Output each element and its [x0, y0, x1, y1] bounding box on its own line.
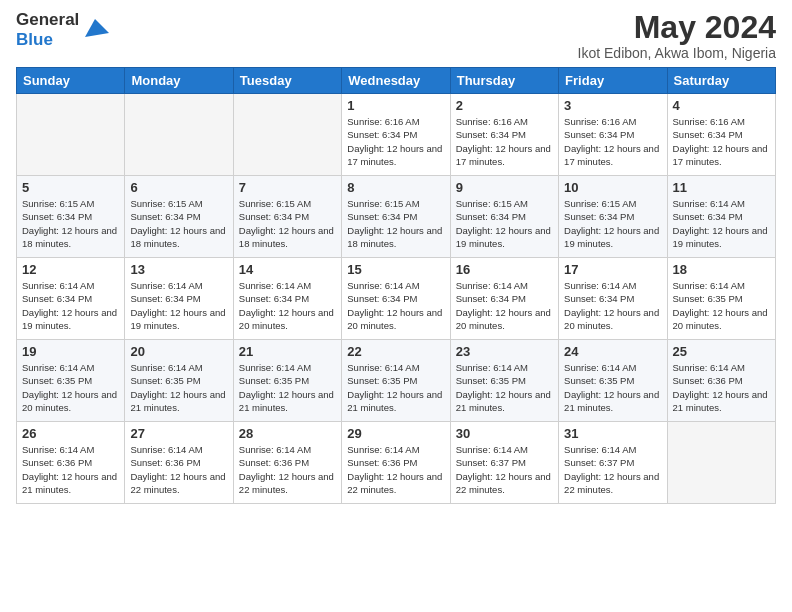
logo-text: General Blue	[16, 10, 79, 49]
day-number: 7	[239, 180, 336, 195]
table-row: 9Sunrise: 6:15 AM Sunset: 6:34 PM Daylig…	[450, 176, 558, 258]
table-row: 8Sunrise: 6:15 AM Sunset: 6:34 PM Daylig…	[342, 176, 450, 258]
header-monday: Monday	[125, 68, 233, 94]
logo-general: General	[16, 10, 79, 30]
table-row: 28Sunrise: 6:14 AM Sunset: 6:36 PM Dayli…	[233, 422, 341, 504]
table-row: 29Sunrise: 6:14 AM Sunset: 6:36 PM Dayli…	[342, 422, 450, 504]
table-row: 26Sunrise: 6:14 AM Sunset: 6:36 PM Dayli…	[17, 422, 125, 504]
logo-blue: Blue	[16, 30, 79, 50]
day-info: Sunrise: 6:14 AM Sunset: 6:34 PM Dayligh…	[673, 197, 770, 250]
day-number: 6	[130, 180, 227, 195]
day-info: Sunrise: 6:15 AM Sunset: 6:34 PM Dayligh…	[564, 197, 661, 250]
day-number: 30	[456, 426, 553, 441]
day-number: 13	[130, 262, 227, 277]
table-row: 22Sunrise: 6:14 AM Sunset: 6:35 PM Dayli…	[342, 340, 450, 422]
day-info: Sunrise: 6:14 AM Sunset: 6:36 PM Dayligh…	[673, 361, 770, 414]
day-info: Sunrise: 6:16 AM Sunset: 6:34 PM Dayligh…	[564, 115, 661, 168]
svg-marker-0	[85, 19, 109, 37]
day-info: Sunrise: 6:14 AM Sunset: 6:37 PM Dayligh…	[456, 443, 553, 496]
day-number: 12	[22, 262, 119, 277]
day-number: 29	[347, 426, 444, 441]
day-number: 20	[130, 344, 227, 359]
table-row	[17, 94, 125, 176]
page: General Blue May 2024 Ikot Edibon, Akwa …	[0, 0, 792, 612]
day-info: Sunrise: 6:14 AM Sunset: 6:35 PM Dayligh…	[130, 361, 227, 414]
table-row: 3Sunrise: 6:16 AM Sunset: 6:34 PM Daylig…	[559, 94, 667, 176]
month-year-title: May 2024	[578, 10, 776, 45]
table-row: 14Sunrise: 6:14 AM Sunset: 6:34 PM Dayli…	[233, 258, 341, 340]
day-info: Sunrise: 6:15 AM Sunset: 6:34 PM Dayligh…	[456, 197, 553, 250]
day-info: Sunrise: 6:16 AM Sunset: 6:34 PM Dayligh…	[673, 115, 770, 168]
table-row: 17Sunrise: 6:14 AM Sunset: 6:34 PM Dayli…	[559, 258, 667, 340]
day-number: 10	[564, 180, 661, 195]
day-info: Sunrise: 6:16 AM Sunset: 6:34 PM Dayligh…	[347, 115, 444, 168]
day-info: Sunrise: 6:16 AM Sunset: 6:34 PM Dayligh…	[456, 115, 553, 168]
header-wednesday: Wednesday	[342, 68, 450, 94]
day-number: 15	[347, 262, 444, 277]
weekday-header-row: Sunday Monday Tuesday Wednesday Thursday…	[17, 68, 776, 94]
day-info: Sunrise: 6:14 AM Sunset: 6:34 PM Dayligh…	[456, 279, 553, 332]
header-sunday: Sunday	[17, 68, 125, 94]
day-number: 19	[22, 344, 119, 359]
table-row: 27Sunrise: 6:14 AM Sunset: 6:36 PM Dayli…	[125, 422, 233, 504]
calendar-week-row: 1Sunrise: 6:16 AM Sunset: 6:34 PM Daylig…	[17, 94, 776, 176]
table-row	[233, 94, 341, 176]
table-row: 12Sunrise: 6:14 AM Sunset: 6:34 PM Dayli…	[17, 258, 125, 340]
table-row	[667, 422, 775, 504]
day-number: 27	[130, 426, 227, 441]
table-row: 18Sunrise: 6:14 AM Sunset: 6:35 PM Dayli…	[667, 258, 775, 340]
day-info: Sunrise: 6:14 AM Sunset: 6:34 PM Dayligh…	[239, 279, 336, 332]
day-info: Sunrise: 6:14 AM Sunset: 6:34 PM Dayligh…	[130, 279, 227, 332]
table-row: 30Sunrise: 6:14 AM Sunset: 6:37 PM Dayli…	[450, 422, 558, 504]
day-number: 17	[564, 262, 661, 277]
table-row: 11Sunrise: 6:14 AM Sunset: 6:34 PM Dayli…	[667, 176, 775, 258]
day-info: Sunrise: 6:14 AM Sunset: 6:34 PM Dayligh…	[564, 279, 661, 332]
table-row: 31Sunrise: 6:14 AM Sunset: 6:37 PM Dayli…	[559, 422, 667, 504]
day-info: Sunrise: 6:14 AM Sunset: 6:36 PM Dayligh…	[130, 443, 227, 496]
day-number: 18	[673, 262, 770, 277]
title-block: May 2024 Ikot Edibon, Akwa Ibom, Nigeria	[578, 10, 776, 61]
day-number: 4	[673, 98, 770, 113]
day-number: 9	[456, 180, 553, 195]
day-info: Sunrise: 6:14 AM Sunset: 6:35 PM Dayligh…	[456, 361, 553, 414]
calendar-week-row: 26Sunrise: 6:14 AM Sunset: 6:36 PM Dayli…	[17, 422, 776, 504]
day-info: Sunrise: 6:14 AM Sunset: 6:34 PM Dayligh…	[347, 279, 444, 332]
day-number: 28	[239, 426, 336, 441]
day-number: 8	[347, 180, 444, 195]
day-info: Sunrise: 6:14 AM Sunset: 6:35 PM Dayligh…	[22, 361, 119, 414]
table-row: 19Sunrise: 6:14 AM Sunset: 6:35 PM Dayli…	[17, 340, 125, 422]
calendar-week-row: 5Sunrise: 6:15 AM Sunset: 6:34 PM Daylig…	[17, 176, 776, 258]
day-info: Sunrise: 6:14 AM Sunset: 6:36 PM Dayligh…	[347, 443, 444, 496]
day-number: 16	[456, 262, 553, 277]
calendar-table: Sunday Monday Tuesday Wednesday Thursday…	[16, 67, 776, 504]
table-row: 7Sunrise: 6:15 AM Sunset: 6:34 PM Daylig…	[233, 176, 341, 258]
table-row: 16Sunrise: 6:14 AM Sunset: 6:34 PM Dayli…	[450, 258, 558, 340]
day-number: 11	[673, 180, 770, 195]
calendar-week-row: 19Sunrise: 6:14 AM Sunset: 6:35 PM Dayli…	[17, 340, 776, 422]
day-info: Sunrise: 6:15 AM Sunset: 6:34 PM Dayligh…	[22, 197, 119, 250]
day-info: Sunrise: 6:14 AM Sunset: 6:35 PM Dayligh…	[239, 361, 336, 414]
day-info: Sunrise: 6:14 AM Sunset: 6:35 PM Dayligh…	[564, 361, 661, 414]
day-number: 25	[673, 344, 770, 359]
day-number: 22	[347, 344, 444, 359]
header-saturday: Saturday	[667, 68, 775, 94]
table-row: 20Sunrise: 6:14 AM Sunset: 6:35 PM Dayli…	[125, 340, 233, 422]
table-row: 15Sunrise: 6:14 AM Sunset: 6:34 PM Dayli…	[342, 258, 450, 340]
day-number: 1	[347, 98, 444, 113]
day-info: Sunrise: 6:14 AM Sunset: 6:34 PM Dayligh…	[22, 279, 119, 332]
header-thursday: Thursday	[450, 68, 558, 94]
day-info: Sunrise: 6:14 AM Sunset: 6:35 PM Dayligh…	[347, 361, 444, 414]
table-row: 23Sunrise: 6:14 AM Sunset: 6:35 PM Dayli…	[450, 340, 558, 422]
logo: General Blue	[16, 10, 109, 49]
day-info: Sunrise: 6:14 AM Sunset: 6:36 PM Dayligh…	[22, 443, 119, 496]
table-row: 1Sunrise: 6:16 AM Sunset: 6:34 PM Daylig…	[342, 94, 450, 176]
day-info: Sunrise: 6:14 AM Sunset: 6:37 PM Dayligh…	[564, 443, 661, 496]
logo-icon	[81, 13, 109, 41]
day-info: Sunrise: 6:15 AM Sunset: 6:34 PM Dayligh…	[130, 197, 227, 250]
day-number: 26	[22, 426, 119, 441]
table-row: 4Sunrise: 6:16 AM Sunset: 6:34 PM Daylig…	[667, 94, 775, 176]
table-row: 24Sunrise: 6:14 AM Sunset: 6:35 PM Dayli…	[559, 340, 667, 422]
table-row: 25Sunrise: 6:14 AM Sunset: 6:36 PM Dayli…	[667, 340, 775, 422]
day-number: 5	[22, 180, 119, 195]
table-row: 21Sunrise: 6:14 AM Sunset: 6:35 PM Dayli…	[233, 340, 341, 422]
